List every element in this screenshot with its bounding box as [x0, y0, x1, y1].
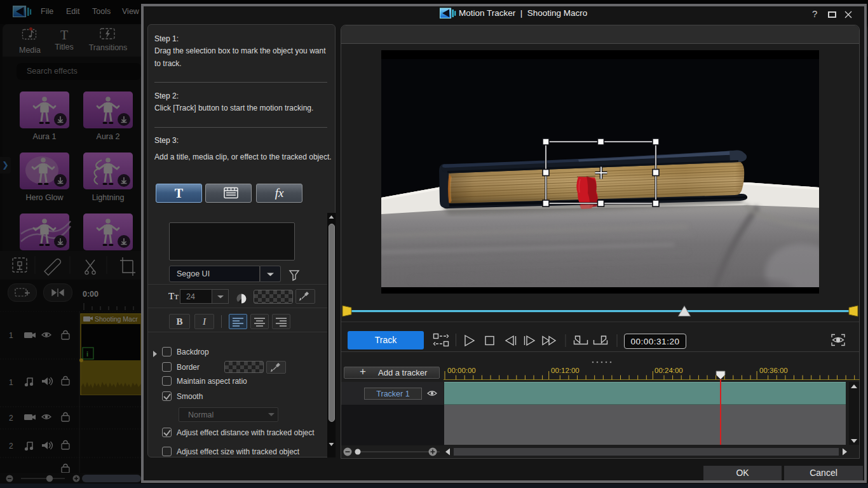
svg-text:00:12:00: 00:12:00	[551, 367, 580, 374]
svg-text:00:24:00: 00:24:00	[654, 367, 683, 374]
svg-text:00:00:00: 00:00:00	[447, 367, 476, 374]
svg-text:00:36:00: 00:36:00	[759, 367, 788, 374]
